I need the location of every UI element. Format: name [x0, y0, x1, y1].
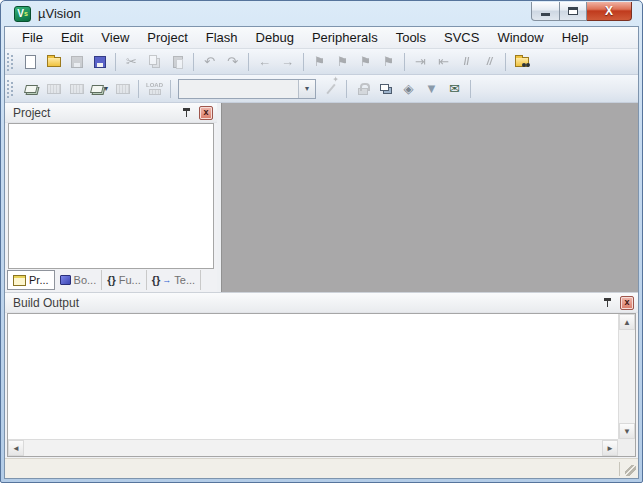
- file-toolbar: ✂ ↶ ↷ ← → ⚑ ⚑ ⚑ ⚑ ⇥ ⇤ // //: [5, 49, 638, 75]
- lock-button[interactable]: [352, 78, 373, 99]
- options-for-target-button[interactable]: [320, 78, 341, 99]
- project-tree[interactable]: [8, 123, 214, 269]
- batch-build-button[interactable]: ▾: [89, 78, 110, 99]
- scroll-right-icon: ►: [606, 444, 614, 453]
- title-bar[interactable]: Vs µVision X: [4, 1, 639, 26]
- envelope-button[interactable]: ✉: [444, 78, 465, 99]
- save-all-icon: [94, 56, 106, 68]
- bookmark-prev-button[interactable]: ⚑: [355, 51, 376, 72]
- copy-button[interactable]: [144, 51, 165, 72]
- menu-tools[interactable]: Tools: [387, 28, 435, 47]
- indent-button[interactable]: ⇥: [410, 51, 431, 72]
- comment-button[interactable]: //: [456, 51, 477, 72]
- scroll-left-icon: ◄: [12, 444, 20, 453]
- logo-letter: V: [17, 7, 24, 20]
- save-button[interactable]: [66, 51, 87, 72]
- stop-build-icon: [116, 84, 130, 94]
- paste-button[interactable]: [167, 51, 188, 72]
- new-file-button[interactable]: [20, 51, 41, 72]
- pin-icon[interactable]: [181, 107, 193, 119]
- tab-books[interactable]: Bo...: [55, 270, 103, 290]
- menu-window[interactable]: Window: [488, 28, 552, 47]
- client-area: File Edit View Project Flash Debug Perip…: [4, 26, 639, 479]
- panel-close-icon: x: [203, 108, 208, 117]
- project-panel-title: Project: [13, 106, 181, 120]
- download-button[interactable]: LOAD: [144, 78, 165, 99]
- batch-build-icon: [90, 85, 104, 93]
- menu-flash[interactable]: Flash: [197, 28, 247, 47]
- tab-books-label: Bo...: [74, 274, 97, 286]
- outdent-button[interactable]: ⇤: [433, 51, 454, 72]
- bookmark-toggle-button[interactable]: ⚑: [309, 51, 330, 72]
- toolbar-grip[interactable]: [7, 53, 15, 71]
- tab-templates[interactable]: {} → Te...: [147, 270, 201, 290]
- redo-icon: ↷: [227, 54, 238, 69]
- menu-bar: File Edit View Project Flash Debug Perip…: [5, 27, 638, 49]
- toolbar-separator: [248, 53, 249, 71]
- envelope-icon: ✉: [449, 81, 460, 96]
- scroll-right-button[interactable]: ►: [602, 440, 618, 456]
- uncomment-button[interactable]: //: [479, 51, 500, 72]
- toolbar-grip[interactable]: [7, 80, 15, 98]
- pin-icon[interactable]: [602, 297, 614, 309]
- menu-svcs[interactable]: SVCS: [435, 28, 488, 47]
- menu-project[interactable]: Project: [138, 28, 196, 47]
- build-button[interactable]: [43, 78, 64, 99]
- find-in-files-button[interactable]: [511, 51, 532, 72]
- minimize-button[interactable]: [531, 2, 560, 21]
- back-arrow-icon: ←: [258, 54, 271, 69]
- scroll-down-button[interactable]: ▼: [619, 423, 635, 439]
- build-output-header: Build Output x: [5, 293, 638, 313]
- save-all-button[interactable]: [89, 51, 110, 72]
- target-selector-dropdown-button[interactable]: ▾: [298, 80, 315, 98]
- cut-button[interactable]: ✂: [121, 51, 142, 72]
- project-panel-header: Project x: [5, 103, 217, 123]
- bookmark-next-button[interactable]: ⚑: [332, 51, 353, 72]
- horizontal-scrollbar[interactable]: ◄ ►: [8, 439, 618, 456]
- rebuild-button[interactable]: [66, 78, 87, 99]
- project-panel-close-button[interactable]: x: [199, 106, 213, 120]
- uvision-window: Vs µVision X File Edit View Project Flas…: [0, 0, 643, 483]
- target-selector-value: [179, 80, 298, 98]
- chevron-down-icon: ▾: [305, 84, 309, 93]
- outdent-icon: ⇤: [438, 54, 449, 69]
- funnel-button[interactable]: ▼: [421, 78, 442, 99]
- vertical-scrollbar[interactable]: ▲ ▼: [618, 314, 635, 439]
- menu-help[interactable]: Help: [553, 28, 598, 47]
- indent-icon: ⇥: [415, 54, 426, 69]
- logo-subscript: s: [24, 6, 28, 21]
- close-button[interactable]: X: [587, 2, 632, 21]
- undo-icon: ↶: [204, 54, 215, 69]
- project-panel-tabs: Pr... Bo... {} Fu... {} → Te...: [5, 269, 217, 292]
- toolbar-separator: [505, 53, 506, 71]
- resize-grip[interactable]: [620, 459, 638, 478]
- stop-build-button[interactable]: [112, 78, 133, 99]
- scroll-up-button[interactable]: ▲: [619, 314, 635, 330]
- bookmark-clear-button[interactable]: ⚑: [378, 51, 399, 72]
- undo-button[interactable]: ↶: [199, 51, 220, 72]
- navigate-forward-button[interactable]: →: [277, 51, 298, 72]
- cascade-windows-button[interactable]: [375, 78, 396, 99]
- tab-functions[interactable]: {} Fu...: [102, 270, 147, 290]
- tab-project[interactable]: Pr...: [7, 270, 55, 290]
- bookmark-clear-flag-icon: ⚑: [383, 54, 395, 69]
- comment-icon: //: [464, 56, 470, 67]
- build-output-close-button[interactable]: x: [620, 296, 634, 310]
- redo-button[interactable]: ↷: [222, 51, 243, 72]
- menu-edit[interactable]: Edit: [52, 28, 92, 47]
- maximize-icon: [568, 7, 578, 15]
- translate-button[interactable]: [20, 78, 41, 99]
- scroll-left-button[interactable]: ◄: [8, 440, 24, 456]
- main-area: Project x Pr... Bo... {}: [5, 103, 638, 292]
- maximize-button[interactable]: [560, 2, 587, 21]
- menu-debug[interactable]: Debug: [247, 28, 303, 47]
- menu-peripherals[interactable]: Peripherals: [303, 28, 387, 47]
- build-output-text[interactable]: [8, 314, 618, 439]
- diamond-button[interactable]: ◈: [398, 78, 419, 99]
- navigate-back-button[interactable]: ←: [254, 51, 275, 72]
- target-selector[interactable]: ▾: [178, 79, 316, 99]
- batch-build-dropdown-icon[interactable]: ▾: [104, 84, 108, 93]
- open-file-button[interactable]: [43, 51, 64, 72]
- menu-view[interactable]: View: [92, 28, 138, 47]
- menu-file[interactable]: File: [13, 28, 52, 47]
